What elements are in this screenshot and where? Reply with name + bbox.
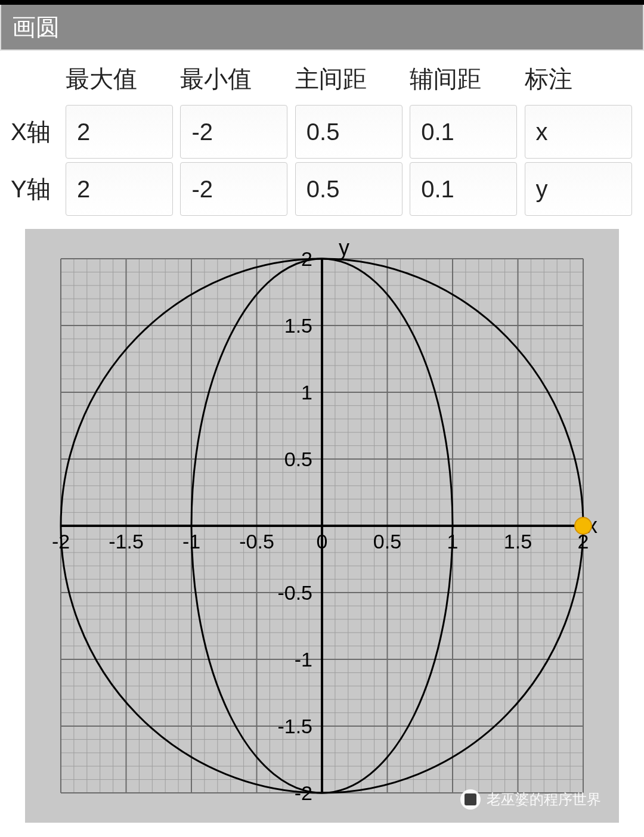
svg-text:0.5: 0.5 <box>373 530 401 553</box>
col-header-max: 最大值 <box>66 60 177 101</box>
y-minor-input[interactable] <box>410 162 517 216</box>
svg-text:-1.5: -1.5 <box>277 715 312 737</box>
col-header-min: 最小值 <box>180 60 291 101</box>
wechat-icon <box>460 789 481 810</box>
window-title: 画圆 <box>0 5 644 51</box>
svg-text:-1: -1 <box>295 648 312 671</box>
svg-text:-1.5: -1.5 <box>109 530 144 553</box>
watermark-text: 老巫婆的程序世界 <box>487 790 601 809</box>
svg-text:1.5: 1.5 <box>504 530 532 553</box>
y-min-input[interactable] <box>180 162 287 216</box>
svg-text:1.5: 1.5 <box>284 314 312 337</box>
window-topbar <box>0 0 644 5</box>
svg-text:-0.5: -0.5 <box>277 581 312 604</box>
axis-config-panel: 最大值 最小值 主间距 辅间距 标注 X轴 Y轴 <box>0 51 644 224</box>
row-label-y: Y轴 <box>8 162 62 216</box>
svg-point-123 <box>575 517 592 534</box>
col-header-minor: 辅间距 <box>410 60 521 101</box>
svg-text:-0.5: -0.5 <box>239 530 274 553</box>
x-min-input[interactable] <box>180 105 287 159</box>
svg-text:1: 1 <box>301 381 312 404</box>
svg-text:y: y <box>339 235 349 260</box>
y-max-input[interactable] <box>66 162 173 216</box>
x-max-input[interactable] <box>66 105 173 159</box>
chart-canvas[interactable]: -2-1.5-1-0.500.511.52-2-1.5-1-0.50.511.5… <box>25 229 619 823</box>
y-annot-input[interactable] <box>525 162 632 216</box>
x-major-input[interactable] <box>295 105 402 159</box>
col-header-annot: 标注 <box>525 60 636 101</box>
y-major-input[interactable] <box>295 162 402 216</box>
x-annot-input[interactable] <box>525 105 632 159</box>
x-minor-input[interactable] <box>410 105 517 159</box>
svg-text:0: 0 <box>317 530 328 553</box>
col-header-major: 主间距 <box>295 60 406 101</box>
row-label-x: X轴 <box>8 105 62 159</box>
svg-text:0.5: 0.5 <box>284 448 312 470</box>
watermark: 老巫婆的程序世界 <box>460 789 601 810</box>
